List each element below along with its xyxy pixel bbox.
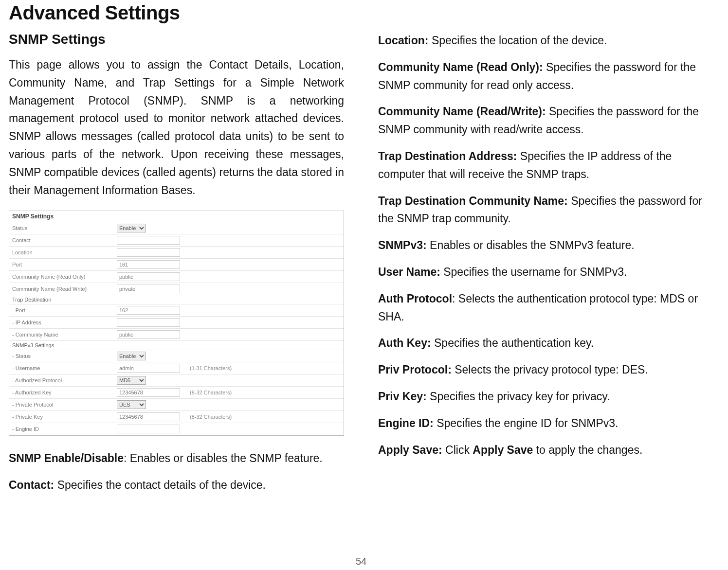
desc-item: User Name: Specifies the username for SN… — [378, 263, 713, 281]
status-select[interactable]: Enable — [117, 224, 146, 232]
desc-label: Community Name (Read Only): — [378, 61, 543, 73]
row-label: Port — [9, 259, 114, 271]
row-label: - Authorized Key — [9, 387, 114, 399]
section-row: SNMPv3 Settings — [9, 341, 344, 350]
v3-authkey-input[interactable] — [117, 388, 180, 397]
row-label: Location — [9, 247, 114, 259]
left-column: SNMP Settings This page allows you to as… — [9, 32, 344, 556]
trap-ip-input[interactable] — [117, 318, 180, 327]
desc-text: Specifies the authentication key. — [434, 337, 594, 349]
desc-item: Priv Protocol: Selects the privacy proto… — [378, 361, 713, 379]
hint-text: (8-32 Characters) — [187, 411, 344, 423]
row-label: - Port — [9, 304, 114, 317]
v3-authproto-select[interactable]: MD5 — [117, 376, 146, 385]
section-row: Trap Destination — [9, 295, 344, 304]
desc-label: Trap Destination Address: — [378, 150, 517, 162]
desc-item: Trap Destination Community Name: Specifi… — [378, 192, 713, 228]
community-rw-input[interactable] — [117, 285, 180, 293]
port-input[interactable] — [117, 260, 180, 269]
v3-username-input[interactable] — [117, 364, 180, 373]
row-label: - Engine ID — [9, 423, 114, 435]
desc-item: Trap Destination Address: Specifies the … — [378, 147, 713, 183]
desc-text: Specifies the location of the device. — [432, 34, 607, 47]
row-label: Community Name (Read Only) — [9, 271, 114, 283]
desc-item: Apply Save: Click Apply Save to apply th… — [378, 441, 713, 459]
desc-item: Auth Protocol: Selects the authenticatio… — [378, 290, 713, 326]
desc-label: SNMPv3: — [378, 239, 427, 251]
desc-item: Location: Specifies the location of the … — [378, 32, 713, 50]
right-column: Location: Specifies the location of the … — [378, 32, 713, 556]
desc-label: Priv Key: — [378, 390, 427, 403]
desc-label: Community Name (Read/Write): — [378, 105, 546, 118]
desc-label: Location: — [378, 34, 429, 47]
contact-input[interactable] — [117, 236, 180, 245]
desc-text: Click — [445, 444, 473, 456]
desc-bold-mid: Apply Save — [473, 444, 533, 456]
desc-text: Specifies the username for SNMPv3. — [443, 266, 627, 278]
snmp-form-table: Status Enable Contact — [9, 222, 344, 435]
desc-item: Contact: Specifies the contact details o… — [9, 476, 344, 494]
snmp-screenshot: SNMP Settings Status Enable Contact — [9, 211, 344, 436]
desc-text: Selects the privacy protocol type: DES. — [455, 363, 648, 376]
v3-privproto-select[interactable]: DES — [117, 400, 146, 409]
desc-text: Enables or disables the SNMP feature. — [130, 452, 323, 464]
row-label: - Community Name — [9, 329, 114, 341]
desc-item: Engine ID: Specifies the engine ID for S… — [378, 414, 713, 432]
desc-text: Specifies the engine ID for SNMPv3. — [437, 417, 618, 429]
v3-engine-input[interactable] — [117, 425, 180, 433]
desc-label: SNMP Enable/Disable — [9, 452, 124, 464]
trap-port-input[interactable] — [117, 306, 180, 315]
desc-text: Enables or disables the SNMPv3 feature. — [430, 239, 635, 251]
desc-item: Priv Key: Specifies the privacy key for … — [378, 388, 713, 406]
desc-text: Specifies the privacy key for privacy. — [430, 390, 610, 403]
section-subtitle: SNMP Settings — [9, 32, 344, 47]
row-label: Community Name (Read Write) — [9, 283, 114, 295]
hint-text: (8-32 Characters) — [187, 387, 344, 399]
desc-label: Priv Protocol: — [378, 363, 452, 376]
v3-status-select[interactable]: Enable — [117, 352, 146, 360]
row-label: - IP Address — [9, 317, 114, 329]
row-label: - Private Protocol — [9, 399, 114, 411]
desc-label: Contact: — [9, 479, 54, 491]
desc-label: Engine ID: — [378, 417, 434, 429]
v3-privkey-input[interactable] — [117, 412, 180, 421]
page-title: Advanced Settings — [9, 2, 713, 24]
desc-item: SNMP Enable/Disable: Enables or disables… — [9, 449, 344, 467]
row-label: - Authorized Protocol — [9, 374, 114, 387]
intro-paragraph: This page allows you to assign the Conta… — [9, 56, 344, 199]
desc-text: to apply the changes. — [533, 444, 642, 456]
desc-item: Community Name (Read Only): Specifies th… — [378, 58, 713, 94]
desc-item: SNMPv3: Enables or disables the SNMPv3 f… — [378, 236, 713, 254]
row-label: - Username — [9, 362, 114, 374]
desc-label: User Name: — [378, 266, 440, 278]
desc-label: Apply Save: — [378, 444, 442, 456]
row-label: Status — [9, 222, 114, 234]
desc-label: Trap Destination Community Name: — [378, 195, 568, 207]
desc-label: Auth Protocol — [378, 292, 452, 305]
location-input[interactable] — [117, 248, 180, 257]
desc-item: Community Name (Read/Write): Specifies t… — [378, 103, 713, 139]
row-label: Contact — [9, 234, 114, 247]
hint-text: (1-31 Characters) — [187, 362, 344, 374]
row-label: - Status — [9, 350, 114, 362]
desc-item: Auth Key: Specifies the authentication k… — [378, 334, 713, 352]
community-ro-input[interactable] — [117, 272, 180, 281]
page-number: 54 — [9, 556, 713, 570]
row-label: - Private Key — [9, 411, 114, 423]
trap-community-input[interactable] — [117, 330, 180, 339]
desc-label: Auth Key: — [378, 337, 431, 349]
screenshot-header: SNMP Settings — [9, 211, 344, 222]
desc-text: Specifies the contact details of the dev… — [57, 479, 266, 491]
